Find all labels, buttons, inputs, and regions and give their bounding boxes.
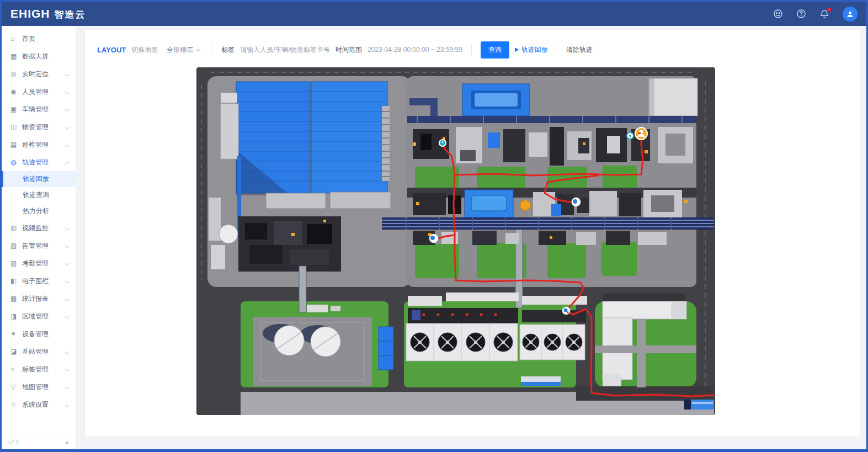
sidebar-item-label: 轨迹管理	[22, 158, 65, 167]
person-marker[interactable]	[635, 127, 647, 140]
sidebar-item-label: 统计报表	[22, 294, 65, 304]
sidebar-item-6[interactable]: ◫物资管理	[2, 118, 76, 136]
sidebar-item-10[interactable]: ▧告警管理	[2, 237, 76, 254]
material-icon: ◫	[10, 123, 19, 131]
waypoint-marker[interactable]	[572, 198, 581, 206]
sidebar-item-label: 区域管理	[22, 312, 65, 321]
sidebar-menu: ⌂首页▦数据大屏◎实时定位◉人员管理▣车辆管理◫物资管理▤巡检管理◍轨迹管理轨迹…	[2, 26, 76, 435]
sidebar-subitem-label: 热力分析	[23, 206, 49, 216]
chevron-down-icon	[65, 72, 70, 76]
sidebar-item-label: 视频监控	[22, 224, 65, 233]
app-logo: EHIGH 智造云	[10, 7, 86, 21]
sidebar-item-12[interactable]: ◧电子围栏	[2, 272, 76, 290]
sidebar-item-label: 物资管理	[22, 123, 65, 132]
inspection-icon: ▤	[10, 141, 19, 148]
query-button[interactable]: 查询	[481, 41, 509, 59]
sidebar-subitem-1[interactable]: 轨迹回放	[2, 171, 76, 187]
theme-icon[interactable]	[773, 9, 783, 19]
vehicle-icon: ▣	[10, 105, 19, 113]
play-trajectory-button[interactable]: 轨迹回放	[515, 45, 548, 55]
hexagon-equipment-marker[interactable]	[520, 200, 530, 211]
chevron-down-icon	[65, 314, 70, 318]
trajectory-icon: ◍	[10, 158, 19, 166]
sidebar-item-15[interactable]: ✦设备管理	[2, 325, 76, 343]
sidebar-item-2[interactable]: ▦数据大屏	[2, 47, 76, 65]
realtime-location-icon: ◎	[10, 70, 19, 78]
floor-select[interactable]: 全部楼层	[163, 43, 203, 57]
chevron-down-icon	[65, 367, 70, 371]
sidebar-item-label: 首页	[22, 34, 70, 44]
sidebar-item-label: 电子围栏	[22, 276, 65, 286]
sidebar-item-label: 告警管理	[22, 241, 65, 251]
chevron-down-icon	[65, 107, 70, 111]
sidebar-item-label: 地图管理	[22, 382, 65, 392]
device-icon: ✦	[10, 330, 19, 338]
topbar-actions	[773, 7, 858, 22]
chevron-down-icon	[65, 89, 70, 94]
user-avatar[interactable]	[843, 7, 858, 22]
sidebar-subitem-2[interactable]: 轨迹查询	[2, 187, 76, 203]
sidebar-item-7[interactable]: ▤巡检管理	[2, 136, 76, 153]
sidebar-item-label: 巡检管理	[22, 140, 65, 150]
map-switch-label[interactable]: 切换地图	[131, 45, 158, 55]
notification-badge	[827, 8, 831, 12]
toolbar-divider	[212, 45, 212, 55]
factory-map[interactable]	[196, 67, 715, 415]
sidebar-item-1[interactable]: ⌂首页	[2, 30, 76, 47]
play-icon	[515, 47, 519, 52]
dashboard-icon: ▦	[10, 52, 19, 60]
sidebar-item-5[interactable]: ▣车辆管理	[2, 100, 76, 118]
truck	[684, 400, 714, 410]
help-icon[interactable]	[796, 9, 806, 19]
map-name-link[interactable]: LAYOUT	[97, 46, 126, 54]
trajectory-start-marker[interactable]	[439, 139, 446, 147]
sidebar: ⌂首页▦数据大屏◎实时定位◉人员管理▣车辆管理◫物资管理▤巡检管理◍轨迹管理轨迹…	[2, 26, 76, 449]
sidebar-item-3[interactable]: ◎实时定位	[2, 65, 76, 83]
tag-icon: ○	[10, 365, 19, 373]
floor-select-value: 全部楼层	[167, 45, 193, 55]
main-area: LAYOUT 切换地图 全部楼层 标签 请输入人员/车辆/物资标签卡号 时间范围…	[77, 26, 866, 449]
time-range-label: 时间范围	[336, 45, 362, 55]
station-icon: ◪	[10, 348, 19, 355]
chevron-down-icon	[196, 46, 200, 51]
map-icon: ▽	[10, 383, 19, 391]
sidebar-item-17[interactable]: ○标签管理	[2, 360, 76, 378]
sidebar-item-label: 人员管理	[22, 87, 65, 97]
chevron-down-icon	[65, 279, 70, 283]
sidebar-footer: v2.0 «	[2, 435, 76, 449]
sidebar-item-8[interactable]: ◍轨迹管理	[2, 153, 76, 171]
home-icon: ⌂	[10, 35, 19, 42]
toolbar-divider	[471, 45, 472, 55]
fence-icon: ◧	[10, 277, 19, 285]
toolbar-divider	[557, 45, 557, 55]
clear-trajectory-button[interactable]: 清除轨迹	[566, 45, 593, 55]
time-range-input[interactable]: 2023-04-28 00:00:00 ~ 23:59:59	[368, 46, 462, 54]
waypoint-marker[interactable]	[429, 234, 438, 243]
sidebar-item-13[interactable]: ▩统计报表	[2, 290, 76, 307]
sidebar-item-19[interactable]: ☆系统设置	[2, 396, 76, 413]
chevron-down-icon	[65, 125, 70, 129]
top-navbar: EHIGH 智造云	[2, 2, 866, 26]
sidebar-subitem-3[interactable]: 热力分析	[2, 203, 76, 219]
sidebar-item-11[interactable]: ▨考勤管理	[2, 254, 76, 272]
chevron-down-icon	[65, 142, 70, 147]
tag-end-marker[interactable]	[627, 132, 633, 139]
chevron-down-icon	[65, 296, 70, 301]
sidebar-item-9[interactable]: ▥视频监控	[2, 219, 76, 237]
waypoint-marker[interactable]	[562, 307, 570, 315]
sidebar-item-18[interactable]: ▽地图管理	[2, 378, 76, 396]
sidebar-item-14[interactable]: ◨区域管理	[2, 307, 76, 325]
alarm-icon: ▧	[10, 242, 19, 249]
sidebar-item-label: 系统设置	[22, 400, 65, 410]
sidebar-item-16[interactable]: ◪基站管理	[2, 343, 76, 360]
toolbar: LAYOUT 切换地图 全部楼层 标签 请输入人员/车辆/物资标签卡号 时间范围…	[85, 30, 860, 59]
sidebar-item-4[interactable]: ◉人员管理	[2, 83, 76, 100]
notification-icon[interactable]	[819, 9, 829, 19]
sidebar-subitem-label: 轨迹回放	[23, 174, 49, 184]
sidebar-item-label: 标签管理	[22, 365, 65, 374]
play-trajectory-label: 轨迹回放	[521, 45, 548, 55]
collapse-sidebar-icon[interactable]: «	[65, 439, 69, 446]
sidebar-subitem-label: 轨迹查询	[23, 190, 49, 200]
report-icon: ▩	[10, 295, 19, 302]
tag-input[interactable]: 请输入人员/车辆/物资标签卡号	[240, 45, 330, 55]
